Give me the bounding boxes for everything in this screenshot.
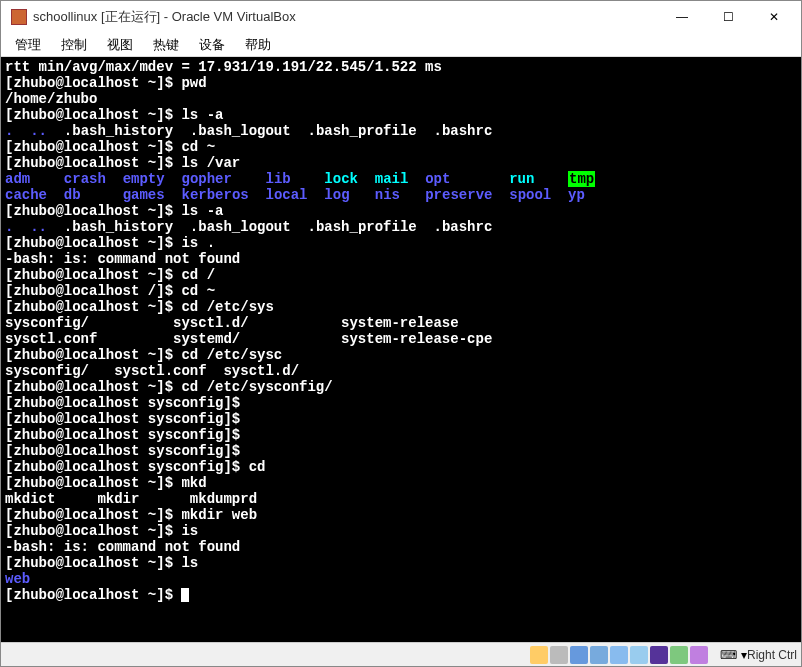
keyboard-icon: ⌨ bbox=[720, 648, 737, 662]
disk-icon[interactable] bbox=[530, 646, 548, 664]
statusbar: ⌨ ▾ Right Ctrl bbox=[1, 642, 801, 666]
audio-icon[interactable] bbox=[650, 646, 668, 664]
menu-control[interactable]: 控制 bbox=[51, 34, 97, 56]
menubar: 管理 控制 视图 热键 设备 帮助 bbox=[1, 33, 801, 57]
window-title: schoollinux [正在运行] - Oracle VM VirtualBo… bbox=[33, 8, 659, 26]
terminal-output[interactable]: rtt min/avg/max/mdev = 17.931/19.191/22.… bbox=[1, 57, 801, 642]
minimize-button[interactable]: — bbox=[659, 2, 705, 32]
menu-help[interactable]: 帮助 bbox=[235, 34, 281, 56]
mouse-capture-icon[interactable] bbox=[670, 646, 688, 664]
display-icon[interactable] bbox=[630, 646, 648, 664]
window-controls: — ☐ ✕ bbox=[659, 2, 797, 32]
usb-icon[interactable] bbox=[610, 646, 628, 664]
maximize-button[interactable]: ☐ bbox=[705, 2, 751, 32]
network-icon[interactable] bbox=[570, 646, 588, 664]
shared-folder-icon[interactable] bbox=[590, 646, 608, 664]
cd-icon[interactable] bbox=[550, 646, 568, 664]
titlebar: schoollinux [正在运行] - Oracle VM VirtualBo… bbox=[1, 1, 801, 33]
menu-devices[interactable]: 设备 bbox=[189, 34, 235, 56]
vm-window: schoollinux [正在运行] - Oracle VM VirtualBo… bbox=[0, 0, 802, 667]
menu-hotkeys[interactable]: 热键 bbox=[143, 34, 189, 56]
host-key-label: Right Ctrl bbox=[747, 648, 797, 662]
menu-manage[interactable]: 管理 bbox=[5, 34, 51, 56]
recording-icon[interactable] bbox=[690, 646, 708, 664]
close-button[interactable]: ✕ bbox=[751, 2, 797, 32]
statusbar-icons bbox=[530, 646, 708, 664]
app-icon bbox=[11, 9, 27, 25]
menu-view[interactable]: 视图 bbox=[97, 34, 143, 56]
